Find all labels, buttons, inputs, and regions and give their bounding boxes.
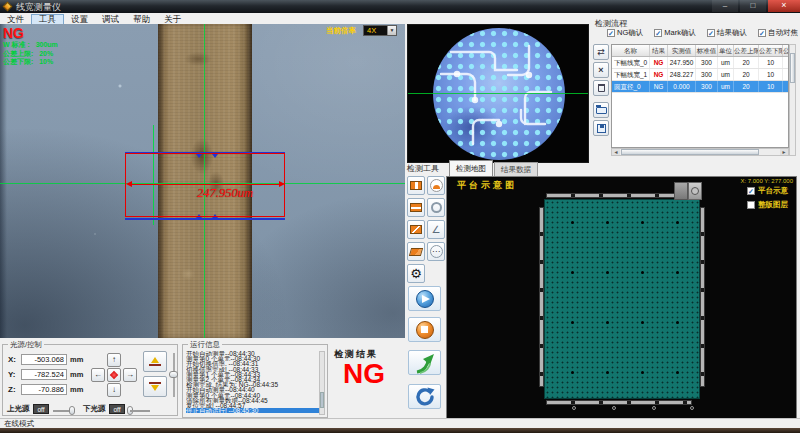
scrollbar-thumb[interactable] [790, 53, 795, 83]
camera-spec-overlay: W 标准 : 300um公差上限: 20%公差下限: 10% [3, 41, 58, 67]
maximize-button[interactable]: □ [740, 0, 766, 12]
tool-gap-button[interactable] [407, 198, 425, 217]
checked-box-icon[interactable]: ✓ [654, 29, 662, 37]
fiducial-dot [571, 271, 574, 274]
checkbox-Mark确认[interactable]: ✓Mark确认 [654, 28, 696, 38]
z-up-button[interactable] [143, 351, 167, 372]
menu-item[interactable]: 工具 [31, 14, 64, 25]
tool-settings-button[interactable]: ⚙ [407, 264, 425, 283]
scrollbar-thumb[interactable] [621, 149, 759, 155]
table-row[interactable]: 圆直径_0NG0.000300um2010% [612, 81, 789, 93]
scroll-left-arrow[interactable]: ◄ [612, 149, 620, 155]
magnification-select[interactable]: 4X ▼ [363, 25, 397, 36]
fiducial-dot [676, 221, 679, 224]
run-info-title: 运行信息 [188, 340, 222, 350]
table-horizontal-scrollbar[interactable]: ◄ ► [611, 148, 789, 156]
table-cell: 10 [759, 81, 783, 92]
jog-down-button[interactable]: ↓ [107, 383, 121, 397]
speed-slider-thumb[interactable] [169, 371, 178, 378]
menu-item[interactable]: 调试 [95, 14, 126, 25]
pcb-board-map[interactable] [544, 199, 700, 399]
axis-unit: mm [70, 385, 83, 394]
checkbox-平台示意[interactable]: ✓平台示意 [747, 186, 788, 196]
fiducial-dot [676, 371, 679, 374]
swap-icon: ⇄ [597, 47, 605, 57]
stop-icon [416, 321, 434, 339]
delete-item-button[interactable] [593, 80, 609, 96]
close-button[interactable]: × [768, 0, 800, 12]
jog-right-button[interactable]: → [123, 368, 137, 382]
z-down-button[interactable] [143, 376, 167, 397]
save-icon [597, 124, 606, 133]
menu-item[interactable]: 设置 [64, 14, 95, 25]
stop-button[interactable] [408, 317, 441, 342]
unchecked-box-icon[interactable] [747, 201, 755, 209]
tool-trapezoid-button[interactable] [407, 242, 425, 261]
reset-button[interactable] [408, 384, 441, 409]
table-cell: 圆直径_0 [612, 81, 650, 92]
scrollbar-thumb[interactable] [320, 392, 324, 408]
fiducial-dot [606, 371, 609, 374]
log-line[interactable]: 停止自动运行! --08:45:30 [186, 408, 320, 413]
close-x-icon: × [598, 65, 603, 75]
result-value: NG [343, 358, 385, 390]
camera-view[interactable]: 247.950um NG W 标准 : 300um公差上限: 20%公差下限: … [0, 24, 405, 338]
tool-pitch-button[interactable] [407, 220, 425, 239]
platform-base-icon [149, 382, 161, 384]
run-info-list[interactable]: 开始自动测量--08:44:30测量第0 个单元--08:44:30开始切换倍率… [186, 351, 320, 415]
table-row[interactable]: 下幅线宽_0NG247.950300um2010% [612, 57, 789, 69]
tab-detection-map[interactable]: 检测地图 [449, 160, 493, 176]
top-light-slider-thumb[interactable] [69, 406, 75, 415]
eyepiece-crosshair-line [408, 93, 589, 94]
tool-linewidth-button[interactable] [407, 176, 425, 195]
tool-circle-button[interactable] [427, 198, 445, 217]
jog-up-button[interactable]: ↑ [107, 353, 121, 367]
axis-row: Z:-70.886mm [8, 383, 83, 395]
menu-item[interactable]: 帮助 [126, 14, 157, 25]
results-table[interactable]: 名称结果实测值标准值单位公差上限公差下限公差单位 下幅线宽_0NG247.950… [611, 44, 789, 148]
platform-coordinates: X: 7.000 Y: 277.000 [740, 178, 793, 184]
bottom-light-state[interactable]: off [109, 404, 125, 414]
tool-angle-button[interactable]: ∠ [427, 220, 445, 239]
jog-left-button[interactable]: ← [91, 368, 105, 382]
checked-box-icon[interactable]: ✓ [607, 29, 615, 37]
yellow-down-arrow-icon [151, 385, 159, 391]
clear-item-button[interactable]: × [593, 62, 609, 78]
fiducial-dot [571, 371, 574, 374]
scroll-right-arrow[interactable]: ► [780, 149, 788, 155]
top-light-state[interactable]: off [33, 404, 49, 414]
table-row[interactable]: 下幅线宽_1NG248.227300um2010% [612, 69, 789, 81]
green-arrows-icon [414, 352, 436, 374]
checkbox-label: NG确认 [617, 28, 643, 38]
chevron-down-icon[interactable]: ▼ [387, 26, 396, 35]
axis-value: -503.068 [21, 354, 67, 365]
checked-box-icon[interactable]: ✓ [707, 29, 715, 37]
light-control-group: 光源/控制 X:-503.068mmY:-782.524mmZ:-70.886m… [2, 344, 178, 416]
minimize-button[interactable]: – [712, 0, 738, 12]
tool-multipoint-button[interactable]: ⋯ [427, 242, 445, 261]
start-button[interactable] [408, 286, 441, 311]
checked-box-icon[interactable]: ✓ [747, 187, 755, 195]
checkbox-NG确认[interactable]: ✓NG确认 [607, 28, 643, 38]
checkbox-整版图层[interactable]: 整版图层 [747, 200, 788, 210]
table-cell: 20 [734, 57, 759, 68]
menu-item[interactable]: 文件 [0, 14, 31, 25]
table-vertical-scrollbar[interactable] [789, 44, 796, 156]
jump-button[interactable] [408, 350, 441, 375]
camera-info-line: 公差下限: 10% [3, 58, 58, 67]
checkbox-结果确认[interactable]: ✓结果确认 [707, 28, 747, 38]
pcb-traces-art [433, 28, 565, 160]
tool-dome-button[interactable] [427, 176, 445, 195]
play-icon [416, 290, 434, 308]
table-cell: 20 [734, 81, 759, 92]
menu-item[interactable]: 关于 [157, 14, 188, 25]
jog-home-button[interactable] [107, 368, 121, 382]
load-result-button[interactable] [593, 102, 609, 118]
checkbox-自动对焦[interactable]: ✓自动对焦 [758, 28, 798, 38]
log-vertical-scrollbar[interactable] [319, 351, 325, 415]
tab-result-data[interactable]: 结果数据 [494, 162, 538, 176]
save-result-button[interactable] [593, 120, 609, 136]
checked-box-icon[interactable]: ✓ [758, 29, 766, 37]
swap-item-button[interactable]: ⇄ [593, 44, 609, 60]
platform-schematic[interactable]: 平台示意图 X: 7.000 Y: 277.000 ✓平台示意整版图层 [446, 176, 797, 421]
